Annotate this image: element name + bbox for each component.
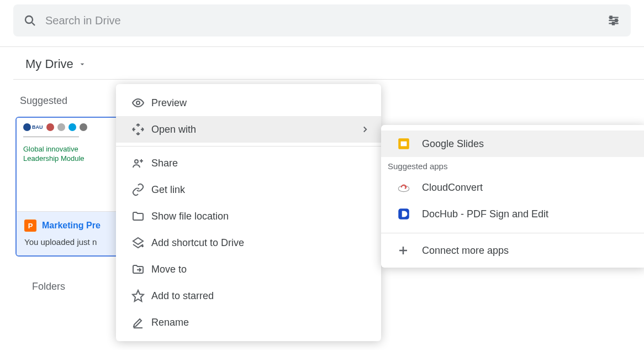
svg-point-9 [135,160,138,163]
open-with-submenu: Google Slides Suggested apps CloudConver… [381,125,644,268]
svg-line-1 [32,23,35,25]
svg-rect-17 [401,142,407,147]
file-name: Marketing Pre [42,221,101,231]
rename-icon [131,316,151,329]
menu-add-shortcut[interactable]: Add shortcut to Drive [116,229,381,256]
star-icon [131,289,151,302]
search-input[interactable] [45,14,606,27]
svg-rect-5 [610,16,612,18]
submenu-google-slides[interactable]: Google Slides [381,130,644,157]
slides-icon [397,137,422,151]
cloudconvert-icon [397,180,422,195]
svg-point-0 [25,16,33,23]
breadcrumb-title: My Drive [25,57,73,71]
shortcut-icon [131,236,151,249]
menu-move-to[interactable]: Move to [116,256,381,283]
menu-add-starred[interactable]: Add to starred [116,283,381,309]
link-icon [131,183,151,196]
svg-marker-14 [133,290,144,301]
breadcrumb[interactable]: My Drive [0,47,644,79]
search-bar [13,4,631,36]
menu-preview[interactable]: Preview [116,90,381,116]
share-icon [131,156,151,170]
svg-point-8 [136,101,140,105]
submenu-dochub[interactable]: DocHub - PDF Sign and Edit [381,201,644,227]
menu-show-location[interactable]: Show file location [116,203,381,229]
menu-share[interactable]: Share [116,150,381,176]
menu-open-with[interactable]: Open with [116,116,381,143]
dochub-icon [397,207,422,221]
chevron-down-icon [78,60,87,69]
context-menu: Preview Open with Share Get link Show fi… [116,84,381,341]
tune-icon[interactable] [606,13,621,28]
menu-separator [116,146,381,147]
open-with-icon [131,123,151,136]
plus-icon [397,244,422,257]
menu-get-link[interactable]: Get link [116,176,381,203]
chevron-right-icon [360,124,370,134]
move-icon [131,263,151,276]
svg-rect-6 [615,19,617,22]
submenu-heading: Suggested apps [381,157,644,174]
submenu-cloudconvert[interactable]: CloudConvert [381,174,644,201]
menu-rename[interactable]: Rename [116,309,381,336]
submenu-connect-more[interactable]: Connect more apps [381,233,644,268]
svg-point-18 [398,186,409,192]
folder-icon [131,210,151,223]
svg-rect-7 [613,22,614,24]
powerpoint-icon: P [24,220,36,232]
search-icon [23,14,36,27]
eye-icon [131,96,151,109]
